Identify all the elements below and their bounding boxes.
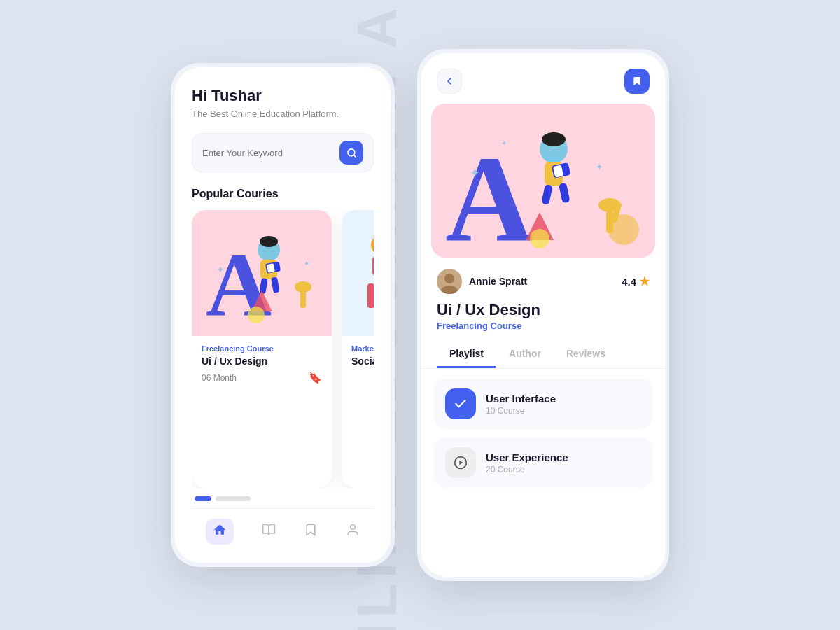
course-card-2[interactable]: Marketing Social Media bbox=[342, 210, 374, 488]
card-bookmark-1[interactable]: 🔖 bbox=[308, 371, 322, 384]
p2-header bbox=[421, 53, 665, 104]
svg-point-38 bbox=[608, 214, 639, 245]
home-icon bbox=[206, 519, 234, 545]
p2-course-title: Ui / Ux Design bbox=[421, 298, 665, 321]
svg-rect-28 bbox=[541, 184, 553, 205]
playlist-items: User Interface 10 Course User Experience… bbox=[421, 379, 665, 488]
save-button[interactable] bbox=[624, 69, 650, 94]
check-icon bbox=[445, 388, 476, 419]
author-avatar bbox=[437, 269, 462, 294]
dot-inactive bbox=[216, 496, 251, 501]
dot-active bbox=[195, 496, 211, 501]
svg-text:✦: ✦ bbox=[501, 139, 507, 147]
tabs-row: Playlist Author Reviews bbox=[421, 341, 665, 369]
card-title-1: Ui / Ux Design bbox=[202, 356, 322, 367]
book-icon bbox=[262, 523, 276, 540]
greeting-name: Hi Tushar bbox=[192, 87, 374, 105]
card-duration-1: 06 Month 🔖 bbox=[202, 371, 322, 384]
svg-line-1 bbox=[354, 155, 356, 157]
playlist-count-1: 10 Course bbox=[486, 406, 556, 416]
playlist-item-2[interactable]: User Experience 20 Course bbox=[434, 438, 652, 488]
playlist-name-2: User Experience bbox=[486, 451, 568, 463]
progress-dots bbox=[192, 496, 374, 501]
rating: 4.4 ★ bbox=[622, 274, 650, 289]
svg-point-16 bbox=[371, 235, 374, 255]
section-title: Popular Couries bbox=[192, 188, 374, 200]
playlist-item-1[interactable]: User Interface 10 Course bbox=[434, 379, 652, 429]
p2-course-category: Freelancing Course bbox=[421, 321, 665, 341]
nav-profile[interactable] bbox=[346, 523, 360, 540]
tab-playlist[interactable]: Playlist bbox=[437, 341, 496, 368]
nav-books[interactable] bbox=[262, 523, 276, 540]
svg-text:✦: ✦ bbox=[470, 166, 480, 180]
play-icon bbox=[445, 447, 476, 478]
svg-rect-29 bbox=[559, 183, 570, 204]
card-image-2 bbox=[342, 210, 374, 336]
phone-1-inner: Hi Tushar The Best Online Education Plat… bbox=[175, 67, 391, 563]
card-title-2: Social Media bbox=[351, 356, 374, 367]
svg-text:✦: ✦ bbox=[216, 264, 225, 275]
profile-nav-icon bbox=[346, 523, 360, 540]
svg-point-14 bbox=[295, 281, 312, 293]
phone-2: A ✦ bbox=[417, 49, 669, 581]
card-category-1: Freelancing Course bbox=[202, 344, 322, 353]
svg-rect-18 bbox=[368, 284, 374, 308]
card-image-1: A bbox=[192, 210, 332, 336]
phone-2-inner: A ✦ bbox=[421, 53, 665, 577]
nav-home[interactable] bbox=[206, 519, 234, 545]
greeting-subtitle: The Best Online Education Platform. bbox=[192, 108, 374, 120]
playlist-info-1: User Interface 10 Course bbox=[486, 393, 556, 416]
card-category-2: Marketing bbox=[351, 344, 374, 353]
nav-bookmark[interactable] bbox=[304, 523, 318, 540]
svg-point-24 bbox=[542, 132, 566, 146]
star-icon: ★ bbox=[639, 274, 650, 289]
svg-point-40 bbox=[444, 274, 454, 284]
search-bar bbox=[192, 133, 374, 172]
playlist-name-1: User Interface bbox=[486, 393, 556, 405]
bottom-nav bbox=[192, 508, 374, 549]
phone-1: Hi Tushar The Best Online Education Plat… bbox=[171, 63, 395, 567]
tab-author[interactable]: Author bbox=[496, 341, 554, 368]
svg-point-15 bbox=[248, 307, 265, 323]
card-body-1: Freelancing Course Ui / Ux Design 06 Mon… bbox=[192, 336, 332, 393]
search-input[interactable] bbox=[202, 148, 340, 158]
back-button[interactable] bbox=[437, 69, 462, 94]
cards-scroll: A bbox=[192, 210, 374, 488]
svg-rect-7 bbox=[267, 263, 275, 273]
bookmark-nav-icon bbox=[304, 523, 318, 540]
phones-container: Hi Tushar The Best Online Education Plat… bbox=[171, 49, 669, 581]
author-info: Annie Spratt bbox=[437, 269, 527, 294]
course-card-1[interactable]: A bbox=[192, 210, 332, 488]
svg-marker-43 bbox=[459, 461, 463, 465]
svg-text:✦: ✦ bbox=[596, 162, 603, 172]
search-button[interactable] bbox=[340, 141, 363, 164]
card-body-2: Marketing Social Media bbox=[342, 336, 374, 379]
playlist-info-2: User Experience 20 Course bbox=[486, 451, 568, 475]
svg-rect-9 bbox=[271, 277, 280, 293]
p2-meta: Annie Spratt 4.4 ★ bbox=[421, 258, 665, 298]
rating-value: 4.4 bbox=[622, 276, 636, 288]
tab-reviews[interactable]: Reviews bbox=[554, 341, 618, 368]
svg-point-37 bbox=[530, 229, 550, 248]
svg-rect-17 bbox=[372, 255, 374, 276]
p2-hero-image: A ✦ bbox=[431, 104, 655, 258]
svg-text:✦: ✦ bbox=[304, 260, 309, 267]
svg-point-21 bbox=[351, 525, 356, 530]
author-name: Annie Spratt bbox=[469, 276, 527, 287]
playlist-count-2: 20 Course bbox=[486, 465, 568, 475]
svg-text:A: A bbox=[445, 131, 533, 254]
svg-point-4 bbox=[260, 236, 278, 247]
